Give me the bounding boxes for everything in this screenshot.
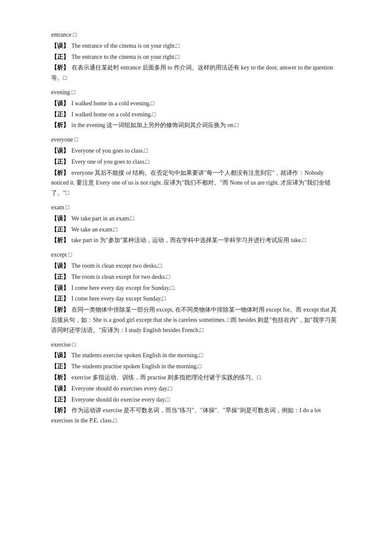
tag-right: 【正】	[51, 54, 69, 60]
section-title-entrance: entrance □	[51, 30, 341, 40]
tag-wrong: 【误】	[51, 100, 69, 107]
entry-text: The entrance to the cinema is on your ri…	[70, 54, 179, 60]
entry-evening-1: 【正】 I walked home on a cold evening.□	[51, 110, 341, 120]
tag-analysis: 【析】	[51, 237, 69, 243]
entry-text: Everyone should do exercises every day.□	[70, 385, 172, 392]
entry-everyone-1: 【正】 Every one of you goes to class.□	[51, 157, 341, 167]
tag-analysis: 【析】	[51, 374, 69, 381]
entry-text: We take part in an exam.□	[70, 215, 134, 222]
tag-analysis: 【析】	[51, 64, 69, 71]
entry-except-2: 【误】 I come here every day except for Sun…	[51, 283, 341, 293]
tag-wrong: 【误】	[51, 215, 69, 222]
entry-text: Every one of you goes to class.□	[70, 159, 150, 165]
entry-everyone-0: 【误】 Everyone of you goes to class.□	[51, 146, 341, 156]
entry-except-3: 【正】 I come here every day except Sunday.…	[51, 294, 341, 304]
tag-right: 【正】	[51, 295, 69, 302]
entry-text: I come here every day except Sunday.□	[70, 295, 165, 302]
entry-text: I walked home in a cold evening.□	[70, 100, 154, 107]
entry-text: The students exercise spoken English in …	[70, 352, 202, 358]
section-title-everyone: everyone □	[51, 135, 341, 145]
entry-text: The entrance of the cinema is on your ri…	[70, 43, 179, 49]
entry-except-1: 【正】 The room is clean except for two des…	[51, 272, 341, 282]
entry-exercise-2: 【析】 exercise 多指运动、训练，而 practise 则多指把理论付诸…	[51, 373, 341, 383]
entry-exam-2: 【析】 take part in 为"参加"某种活动，运动，而在学科中选择某一学…	[51, 235, 341, 246]
entry-except-4: 【析】 在同一类物体中排除某一部分用 except, 在不同类物体中排除某一物体…	[51, 305, 341, 335]
tag-right: 【正】	[51, 363, 69, 370]
entry-text: I walked home on a cold evening.□	[70, 111, 156, 118]
entry-text: Everyone should do exercise every day.□	[70, 396, 170, 403]
tag-wrong: 【误】	[51, 147, 69, 154]
section-title-evening: evening □	[51, 87, 341, 98]
entry-evening-2: 【析】 in the evening 这一词组如加上另外的修饰词则其介词应换为 …	[51, 120, 341, 130]
entry-text: The room is clean except two desks.□	[70, 263, 161, 269]
entry-text: Everyone of you goes to class.□	[70, 147, 148, 154]
entry-everyone-2: 【析】 everyone 其后不能接 of 结构。在否定句中如果要讲"每一个人都…	[51, 168, 341, 198]
entry-exercise-4: 【正】 Everyone should do exercise every da…	[51, 395, 341, 405]
tag-right: 【正】	[51, 396, 69, 403]
entry-exam-1: 【正】 We take an exam.□	[51, 225, 341, 235]
entry-exercise-1: 【正】 The students practise spoken English…	[51, 361, 341, 372]
tag-analysis: 【析】	[51, 122, 69, 128]
entry-text: take part in 为"参加"某种活动，运动，而在学科中选择某一学科学习并…	[70, 237, 306, 243]
entry-text: The room is clean except for two desks.□	[70, 274, 170, 280]
tag-right: 【正】	[51, 226, 69, 233]
tag-right: 【正】	[51, 111, 69, 118]
section-title-except: except □	[51, 250, 341, 260]
section-title-exam: exam □	[51, 202, 341, 213]
tag-right: 【正】	[51, 274, 69, 280]
entry-exercise-3: 【误】 Everyone should do exercises every d…	[51, 384, 341, 394]
section-title-exercise: exercise □	[51, 340, 341, 350]
entry-text: I come here every day except for Sunday.…	[70, 285, 176, 291]
entry-except-0: 【误】 The room is clean except two desks.□	[51, 261, 341, 271]
tag-right: 【正】	[51, 159, 69, 165]
entry-exam-0: 【误】 We take part in an exam.□	[51, 214, 341, 224]
tag-wrong: 【误】	[51, 43, 69, 49]
entry-text: 作为运动讲 exercise 是不可数名词，而当"练习"、"体操"、"早操"则是…	[51, 407, 321, 424]
entry-entrance-2: 【析】 在表示通往某处时 entrance 后面多用 to 作介词。这样的用法还…	[51, 63, 341, 83]
entry-exercise-0: 【误】 The students exercise spoken English…	[51, 350, 341, 361]
entry-text: in the evening 这一词组如加上另外的修饰词则其介词应换为 on.□	[70, 122, 239, 128]
entry-entrance-1: 【正】 The entrance to the cinema is on you…	[51, 52, 341, 62]
tag-analysis: 【析】	[51, 407, 69, 413]
tag-wrong: 【误】	[51, 385, 69, 392]
tag-wrong: 【误】	[51, 263, 69, 269]
tag-analysis: 【析】	[51, 170, 69, 176]
entry-exercise-5: 【析】 作为运动讲 exercise 是不可数名词，而当"练习"、"体操"、"早…	[51, 405, 341, 426]
entry-text: The students practise spoken English in …	[70, 363, 202, 370]
page-content: entrance □【误】 The entrance of the cinema…	[51, 30, 341, 426]
entry-evening-0: 【误】 I walked home in a cold evening.□	[51, 98, 341, 109]
tag-analysis: 【析】	[51, 306, 69, 313]
tag-wrong: 【误】	[51, 352, 69, 358]
entry-text: exercise 多指运动、训练，而 practise 则多指把理论付诸于实践的…	[70, 374, 261, 381]
entry-text: 在表示通往某处时 entrance 后面多用 to 作介词。这样的用法还有 ke…	[51, 64, 333, 81]
tag-wrong: 【误】	[51, 285, 69, 291]
entry-text: We take an exam.□	[70, 226, 117, 233]
entry-text: everyone 其后不能接 of 结构。在否定句中如果要讲"每一个人都没有注意…	[51, 170, 331, 197]
entry-text: 在同一类物体中排除某一部分用 except, 在不同类物体中排除某一物体时用 e…	[51, 306, 337, 333]
entry-entrance-0: 【误】 The entrance of the cinema is on you…	[51, 41, 341, 51]
